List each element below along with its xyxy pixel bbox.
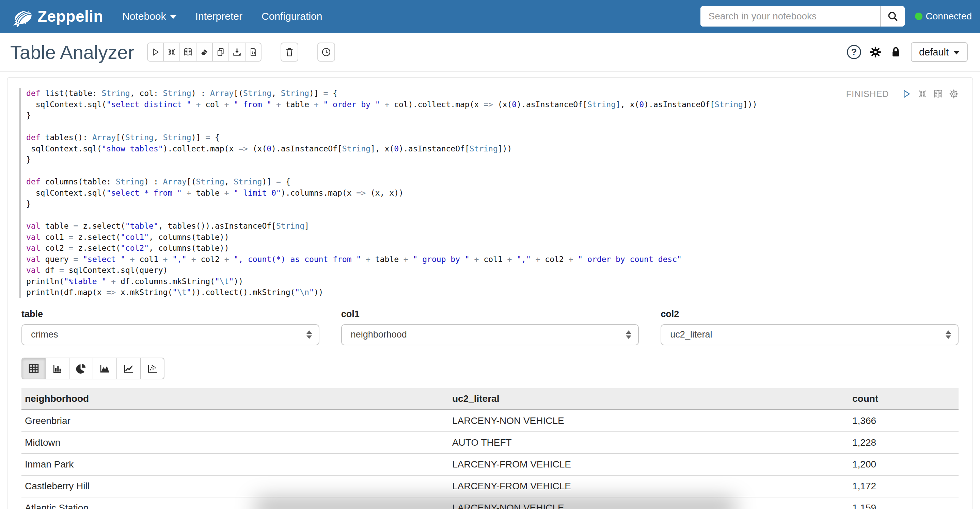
note-action-group <box>147 43 261 62</box>
dynamic-forms: table crimes col1 neighborhood col2 uc2_… <box>8 309 972 345</box>
table-cell: 1,366 <box>849 410 959 432</box>
help-icon[interactable]: ? <box>847 45 861 59</box>
column-header-uc2_literal[interactable]: uc2_literal <box>449 388 849 410</box>
table-cell: Midtown <box>21 432 449 454</box>
table-cell: Inman Park <box>21 454 449 475</box>
chart-pie-button[interactable] <box>69 358 93 379</box>
notebook-search <box>700 6 905 27</box>
clone-note-button[interactable] <box>213 43 229 62</box>
code-line[interactable]: println(df.map(x => x.mkString("\t")).co… <box>26 287 972 298</box>
show-hide-output-button[interactable] <box>180 43 196 62</box>
note-title[interactable]: Table Analyzer <box>10 41 134 63</box>
shrink-paragraph-button[interactable] <box>917 89 928 99</box>
nav-item-configuration[interactable]: Configuration <box>261 11 322 22</box>
code-line[interactable]: def columns(table: String) : Array[(Stri… <box>26 176 972 187</box>
table-grid-icon <box>28 362 40 374</box>
code-line[interactable]: } <box>26 110 972 121</box>
scatter-chart-icon <box>146 362 159 374</box>
result-table: neighborhooduc2_literalcount GreenbriarL… <box>21 388 959 509</box>
paragraph-book-button[interactable] <box>933 89 943 99</box>
code-line[interactable]: sqlContext.sql("select * from " + table … <box>26 187 972 199</box>
table-cell: LARCENY-NON VEHICLE <box>449 497 849 509</box>
code-line[interactable]: sqlContext.sql("show tables").collect.ma… <box>26 143 972 154</box>
table-cell: Castleberry Hill <box>21 475 449 497</box>
chart-line-button[interactable] <box>117 358 141 379</box>
clear-output-button[interactable] <box>196 43 213 62</box>
select-arrows-icon <box>626 330 631 339</box>
note-body: FINISHED <box>0 72 980 509</box>
select-arrows-icon <box>946 330 951 339</box>
note-settings-button[interactable] <box>869 45 882 59</box>
chart-scatter-button[interactable] <box>141 358 164 379</box>
interpreter-binding-button[interactable]: default <box>911 42 968 62</box>
caret-down-icon <box>170 15 177 19</box>
scheduler-button[interactable] <box>317 43 335 62</box>
paragraph: FINISHED <box>7 77 973 509</box>
run-all-button[interactable] <box>147 43 164 62</box>
run-paragraph-button[interactable] <box>901 89 912 99</box>
bar-chart-icon <box>51 362 63 374</box>
code-line[interactable] <box>26 121 972 132</box>
nav-item-interpreter[interactable]: Interpreter <box>196 11 242 22</box>
search-button[interactable] <box>880 6 905 27</box>
code-line[interactable]: def tables(): Array[(String, String)] = … <box>26 132 972 143</box>
code-line[interactable] <box>26 209 972 221</box>
table-cell: 1,159 <box>849 497 959 509</box>
connection-status: Connected <box>915 11 972 22</box>
chart-area-button[interactable] <box>93 358 117 379</box>
shrink-icon <box>167 47 177 57</box>
table-cell: LARCENY-NON VEHICLE <box>449 410 849 432</box>
note-toolbar: Table Analyzer <box>0 33 980 72</box>
table-cell: Greenbriar <box>21 410 449 432</box>
nav-item-notebook[interactable]: Notebook <box>122 11 176 22</box>
paragraph-settings-button[interactable] <box>949 89 959 99</box>
download-icon <box>232 47 242 57</box>
code-line[interactable]: def list(table: String, col: String) : A… <box>26 88 972 99</box>
code-line[interactable]: println("%table " + df.columns.mkString(… <box>26 276 972 287</box>
column-header-count[interactable]: count <box>849 388 959 410</box>
table-cell: 1,228 <box>849 432 959 454</box>
code-line[interactable]: val col2 = z.select("col2", columns(tabl… <box>26 243 972 254</box>
chart-type-toolbar <box>21 358 972 379</box>
table-row: Atlantic StationLARCENY-NON VEHICLE1,159 <box>21 497 959 509</box>
remove-note-button[interactable] <box>281 43 298 62</box>
search-input[interactable] <box>700 6 880 27</box>
code-line[interactable]: val df = sqlContext.sql(query) <box>26 265 972 276</box>
form-label: table <box>21 309 320 319</box>
code-editor[interactable]: def list(table: String, col: String) : A… <box>19 88 972 298</box>
note-permissions-button[interactable] <box>890 46 902 58</box>
code-line[interactable]: sqlContext.sql("select distinct " + col … <box>26 99 972 110</box>
code-line[interactable]: val query = "select " + col1 + "," + col… <box>26 254 972 265</box>
table-cell: LARCENY-FROM VEHICLE <box>449 454 849 475</box>
form-label: col2 <box>660 309 959 319</box>
code-line[interactable]: } <box>26 154 972 165</box>
table-cell: 1,172 <box>849 475 959 497</box>
export-note-button[interactable] <box>229 43 245 62</box>
lock-icon <box>890 46 902 58</box>
form-field-table: table crimes <box>21 309 320 345</box>
code-line[interactable]: val col1 = z.select("col1", columns(tabl… <box>26 232 972 243</box>
chart-bar-button[interactable] <box>45 358 69 379</box>
caret-down-icon <box>953 51 959 54</box>
code-line[interactable] <box>26 165 972 177</box>
col1-select[interactable]: neighborhood <box>341 324 639 345</box>
form-field-col2: col2 uc2_literal <box>660 309 959 345</box>
column-header-neighborhood[interactable]: neighborhood <box>21 388 449 410</box>
chart-table-button[interactable] <box>21 358 45 379</box>
pie-chart-icon <box>75 362 87 374</box>
nav-item-label: Notebook <box>122 11 166 22</box>
clock-icon <box>321 47 331 57</box>
connected-dot-icon <box>915 13 923 20</box>
code-file-button[interactable] <box>245 43 261 62</box>
select-value: uc2_literal <box>670 329 946 340</box>
table-row: MidtownAUTO THEFT1,228 <box>21 432 959 454</box>
code-line[interactable]: val table = z.select("table", tables()).… <box>26 220 972 232</box>
show-hide-code-button[interactable] <box>164 43 180 62</box>
code-line[interactable]: } <box>26 198 972 209</box>
brand-name: Zeppelin <box>37 7 103 25</box>
table-select[interactable]: crimes <box>21 324 320 345</box>
copy-icon <box>216 47 226 57</box>
book-icon <box>183 47 193 57</box>
zeppelin-brand[interactable]: Zeppelin <box>11 5 103 27</box>
col2-select[interactable]: uc2_literal <box>660 324 959 345</box>
